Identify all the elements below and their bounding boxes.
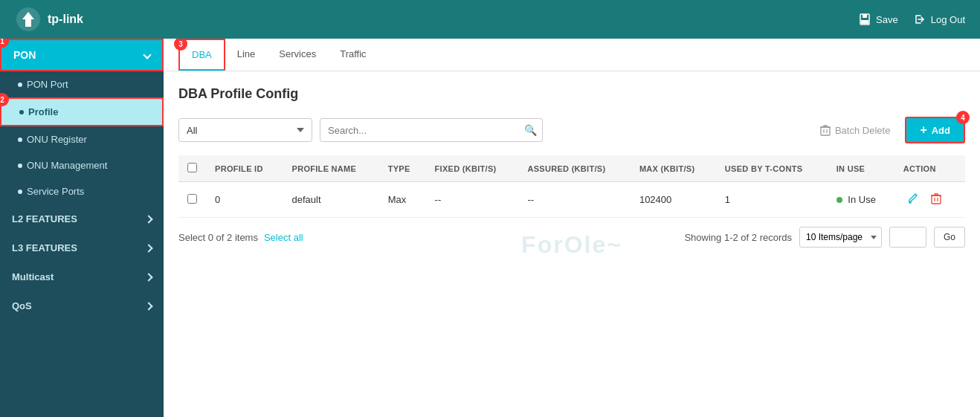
sidebar-item-service-ports-label: Service Ports	[27, 186, 84, 197]
batch-delete-label: Batch Delete	[835, 125, 890, 136]
sidebar-item-onu-management[interactable]: ONU Management	[0, 152, 164, 178]
th-max: MAX (KBIT/S)	[631, 155, 716, 182]
filter-select[interactable]: All	[178, 118, 312, 142]
row-type: Max	[379, 182, 426, 218]
th-used-by-t-conts: USED BY T-CONTS	[716, 155, 828, 182]
save-icon	[858, 13, 871, 26]
sidebar-item-profile-wrapper: Profile 2	[0, 97, 164, 126]
sidebar-group-l2-features[interactable]: L2 FEATURES	[0, 204, 164, 233]
content: DBA 3 Line Services Traffic ForOle~ DBA …	[164, 39, 980, 417]
row-checkbox[interactable]	[187, 194, 197, 204]
row-fixed: --	[426, 182, 519, 218]
dot-icon	[18, 164, 22, 168]
l2-features-label: L2 FEATURES	[12, 213, 77, 224]
batch-delete-button[interactable]: Batch Delete	[813, 120, 897, 140]
sidebar-group-multicast[interactable]: Multicast	[0, 262, 164, 291]
plus-icon: +	[920, 123, 926, 137]
sidebar-item-onu-register[interactable]: ONU Register	[0, 126, 164, 152]
sidebar-item-profile[interactable]: Profile	[0, 97, 164, 126]
sidebar-group-l3-features[interactable]: L3 FEATURES	[0, 233, 164, 262]
tab-services[interactable]: Services	[267, 39, 328, 70]
table-body: 0 default Max -- -- 102400 1 In Use	[178, 182, 965, 218]
row-action	[894, 182, 965, 218]
table-footer-right: Showing 1-2 of 2 records 10 Items/page 2…	[684, 227, 965, 248]
row-max: 102400	[631, 182, 716, 218]
qos-label: QoS	[12, 300, 32, 311]
multicast-chevron-icon	[144, 273, 152, 281]
select-count-label: Select 0 of 2 items	[178, 232, 258, 243]
row-in-use: In Use	[828, 182, 894, 218]
th-profile-name: PROFILE NAME	[283, 155, 379, 182]
trash-icon	[820, 124, 831, 136]
sidebar-item-onu-register-label: ONU Register	[27, 134, 87, 145]
dot-icon	[19, 110, 24, 114]
svg-rect-5	[932, 195, 941, 204]
add-label: Add	[932, 125, 950, 136]
select-all-checkbox[interactable]	[187, 163, 197, 172]
pon-chevron-icon	[143, 51, 151, 59]
sidebar-group-qos[interactable]: QoS	[0, 291, 164, 320]
svg-rect-2	[863, 14, 867, 18]
table-header: PROFILE ID PROFILE NAME TYPE FIXED (KBIT…	[178, 155, 965, 182]
toolbar-left: All 🔍	[178, 118, 543, 142]
row-checkbox-cell	[178, 182, 206, 218]
edit-button[interactable]	[903, 190, 924, 210]
add-button-wrapper: + Add 4	[905, 117, 965, 143]
showing-label: Showing 1-2 of 2 records	[684, 232, 792, 243]
sidebar-item-pon-port[interactable]: PON Port	[0, 71, 164, 97]
logo-text: tp-link	[48, 13, 83, 26]
content-body: ForOle~ DBA Profile Config All 🔍	[164, 71, 980, 417]
edit-icon	[908, 193, 920, 204]
tab-traffic-label: Traffic	[340, 48, 366, 59]
tab-line-label: Line	[237, 48, 256, 59]
go-button[interactable]: Go	[934, 227, 965, 248]
items-per-page-select[interactable]: 10 Items/page 20 Items/page 50 Items/pag…	[799, 227, 882, 248]
tab-dba-wrapper: DBA 3	[178, 39, 225, 71]
th-assured: ASSURED (KBIT/S)	[518, 155, 631, 182]
in-use-status-label: In Use	[848, 194, 876, 205]
qos-chevron-icon	[144, 302, 152, 310]
select-all-header	[178, 155, 206, 182]
multicast-label: Multicast	[12, 271, 54, 282]
table-footer-left: Select 0 of 2 items Select all	[178, 232, 303, 243]
page-number-input[interactable]	[889, 227, 926, 248]
page-title: DBA Profile Config	[178, 86, 965, 102]
save-label: Save	[876, 14, 898, 25]
th-profile-id: PROFILE ID	[206, 155, 283, 182]
pon-section-wrapper: PON 1	[0, 39, 164, 71]
main-layout: PON 1 PON Port Profile 2 ONU Register	[0, 39, 980, 417]
tp-link-logo-icon	[15, 6, 42, 33]
sidebar-item-onu-management-label: ONU Management	[27, 160, 107, 171]
search-wrapper: 🔍	[320, 118, 543, 142]
row-profile-name: default	[283, 182, 379, 218]
row-profile-id: 0	[206, 182, 283, 218]
logout-button[interactable]: Log Out	[913, 13, 965, 26]
delete-button[interactable]	[926, 190, 946, 210]
sidebar-item-pon-port-label: PON Port	[27, 79, 68, 90]
navbar: tp-link Save Log Out	[0, 0, 980, 39]
in-use-dot-icon	[836, 197, 842, 203]
table-footer: Select 0 of 2 items Select all Showing 1…	[178, 218, 965, 256]
table-row: 0 default Max -- -- 102400 1 In Use	[178, 182, 965, 218]
pon-label: PON	[13, 49, 36, 61]
tab-services-label: Services	[279, 48, 316, 59]
tab-line[interactable]: Line	[225, 39, 268, 70]
tabs-bar: DBA 3 Line Services Traffic	[164, 39, 980, 71]
save-button[interactable]: Save	[858, 13, 898, 26]
th-fixed: FIXED (KBIT/S)	[426, 155, 519, 182]
row-assured: --	[518, 182, 631, 218]
delete-icon	[931, 193, 941, 204]
th-type: TYPE	[379, 155, 426, 182]
add-button[interactable]: + Add	[905, 117, 965, 143]
tab-dba-label: DBA	[192, 49, 212, 60]
logout-label: Log Out	[931, 14, 965, 25]
pon-section-header[interactable]: PON	[0, 39, 164, 71]
row-used-by-t-conts: 1	[716, 182, 828, 218]
search-input[interactable]	[320, 118, 543, 142]
toolbar-right: Batch Delete + Add 4	[813, 117, 965, 143]
badge-4: 4	[956, 111, 970, 124]
select-all-link[interactable]: Select all	[264, 232, 303, 243]
tab-traffic[interactable]: Traffic	[328, 39, 378, 70]
svg-rect-3	[861, 20, 868, 24]
sidebar-item-service-ports[interactable]: Service Ports	[0, 178, 164, 204]
